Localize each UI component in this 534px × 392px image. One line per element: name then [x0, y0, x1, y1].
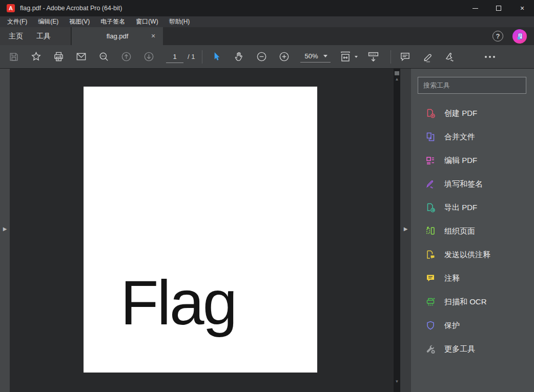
sidebar-item-label: 导出 PDF — [444, 203, 477, 213]
vertical-scrollbar[interactable]: ▲ ▼ — [394, 69, 400, 392]
sidebar-item-label: 组织页面 — [444, 226, 475, 236]
sidebar-item-label: 编辑 PDF — [444, 156, 477, 166]
sidebar-item-scan-ocr[interactable]: 扫描和 OCR — [411, 290, 534, 314]
fit-width-icon — [339, 50, 352, 64]
page-number-input[interactable] — [166, 51, 183, 63]
sidebar-item-create-pdf[interactable]: 创建 PDF — [411, 101, 534, 125]
minimize-button[interactable] — [463, 0, 487, 16]
send-for-comments-icon — [425, 250, 436, 260]
search-tools-button[interactable] — [97, 50, 110, 63]
highlighter-icon — [421, 51, 434, 63]
sidebar-item-label: 创建 PDF — [444, 109, 477, 118]
document-canvas[interactable]: Flag is not here — [10, 69, 394, 392]
page-count-label: / 1 — [188, 53, 195, 60]
help-button[interactable]: ? — [492, 31, 503, 42]
save-button[interactable] — [7, 50, 20, 63]
collapse-right-panel-icon[interactable]: ▶ — [400, 226, 411, 232]
star-icon — [30, 51, 42, 63]
zoom-level-value: 50% — [304, 52, 318, 60]
user-avatar[interactable] — [512, 29, 527, 44]
scroll-up-icon[interactable]: ▲ — [394, 77, 400, 81]
maximize-icon — [496, 6, 501, 11]
sidebar-item-label: 发送以供注释 — [444, 250, 490, 260]
menu-view[interactable]: 视图(V) — [67, 17, 92, 26]
sidebar-item-fill-sign[interactable]: 填写和签名 — [411, 172, 534, 196]
sidebar-item-export-pdf[interactable]: 导出 PDF — [411, 196, 534, 219]
sidebar-item-protect[interactable]: 保护 — [411, 314, 534, 337]
menu-esign[interactable]: 电子签名 — [98, 17, 127, 26]
zoom-out-icon — [256, 51, 268, 63]
fit-width-control[interactable] — [339, 50, 358, 64]
sidebar-item-more-tools[interactable]: 更多工具 — [411, 337, 534, 361]
minimize-icon — [473, 8, 478, 9]
sidebar-item-edit-pdf[interactable]: 编辑 PDF — [411, 149, 534, 172]
export-pdf-icon — [425, 202, 436, 213]
search-tools-input[interactable] — [418, 77, 526, 94]
menu-help[interactable]: 帮助(H) — [167, 17, 192, 26]
tab-bar: 主页 工具 flag.pdf × ? — [0, 27, 534, 45]
hand-tool-button[interactable] — [233, 50, 245, 63]
sidebar-item-organize-pages[interactable]: 组织页面 — [411, 219, 534, 243]
open-left-panel-icon[interactable]: ▶ — [0, 226, 10, 232]
document-tab-label: flag.pdf — [107, 32, 129, 40]
acrobat-logo-icon: A — [7, 4, 15, 12]
close-button[interactable]: × — [510, 0, 534, 16]
menu-window[interactable]: 窗口(W) — [134, 17, 160, 26]
organize-pages-icon — [425, 226, 436, 236]
tools-list: 创建 PDF 合并文件 编辑 PDF — [411, 101, 534, 361]
tab-tools[interactable]: 工具 — [36, 32, 51, 41]
edit-pdf-icon — [425, 155, 436, 166]
select-tool-button[interactable] — [210, 50, 223, 63]
signature-pen-icon — [444, 51, 456, 63]
highlight-tool-button[interactable] — [421, 50, 434, 63]
reading-mode-icon — [367, 50, 380, 63]
arrow-up-circle-icon — [120, 51, 132, 63]
email-button[interactable] — [75, 50, 88, 63]
pdf-text-line: Flag — [120, 263, 277, 343]
title-bar: A flag.pdf - Adobe Acrobat Pro (64-bit) … — [0, 0, 534, 16]
save-icon — [8, 51, 19, 63]
nav-tabs: 主页 工具 — [0, 27, 71, 45]
sidebar-item-comment[interactable]: 注释 — [411, 266, 534, 290]
tools-pane-strip[interactable]: ▶ — [400, 69, 411, 392]
menu-edit[interactable]: 编辑(E) — [36, 17, 60, 26]
window-controls: × — [463, 0, 534, 16]
sidebar-item-send-for-comments[interactable]: 发送以供注释 — [411, 243, 534, 266]
sidebar-item-combine-files[interactable]: 合并文件 — [411, 125, 534, 149]
zoom-in-button[interactable] — [278, 50, 291, 63]
zoom-level-control[interactable]: 50% — [300, 51, 330, 63]
menu-file[interactable]: 文件(F) — [5, 17, 29, 26]
quick-toolbar: / 1 50% — [0, 45, 534, 69]
combine-files-icon — [425, 132, 436, 142]
comment-bubble-icon — [399, 51, 411, 63]
sidebar-item-label: 注释 — [444, 274, 460, 283]
star-button[interactable] — [30, 50, 43, 63]
toolbar-separator — [202, 50, 202, 64]
sign-tool-button[interactable] — [444, 50, 457, 63]
sidebar-item-label: 扫描和 OCR — [444, 297, 487, 307]
comment-tool-button[interactable] — [399, 50, 412, 63]
scrollbar-thumb[interactable] — [395, 71, 399, 75]
zoom-out-button[interactable] — [255, 50, 268, 63]
tab-home[interactable]: 主页 — [9, 32, 23, 41]
print-button[interactable] — [52, 50, 65, 63]
reading-mode-button[interactable] — [367, 50, 380, 63]
window-title: flag.pdf - Adobe Acrobat Pro (64-bit) — [20, 5, 122, 12]
avatar-document-icon — [516, 32, 524, 40]
chevron-down-icon — [323, 55, 327, 57]
acrobat-window: { "window": { "title": "flag.pdf - Adobe… — [0, 0, 534, 392]
scroll-down-icon[interactable]: ▼ — [394, 380, 400, 384]
tab-close-icon[interactable]: × — [149, 32, 157, 40]
more-options-icon[interactable] — [485, 56, 495, 58]
next-page-button[interactable] — [142, 50, 155, 63]
previous-page-button[interactable] — [120, 50, 133, 63]
fill-sign-icon — [425, 179, 436, 189]
pdf-page[interactable]: Flag is not here — [84, 87, 317, 373]
zoom-in-icon — [278, 51, 290, 63]
toolbar-separator — [391, 50, 391, 64]
navigation-pane-strip[interactable]: ▶ — [0, 69, 10, 392]
maximize-button[interactable] — [487, 0, 510, 16]
document-tab[interactable]: flag.pdf × — [72, 27, 163, 45]
scan-ocr-icon — [425, 297, 436, 307]
tools-sidebar: 创建 PDF 合并文件 编辑 PDF — [411, 69, 534, 392]
